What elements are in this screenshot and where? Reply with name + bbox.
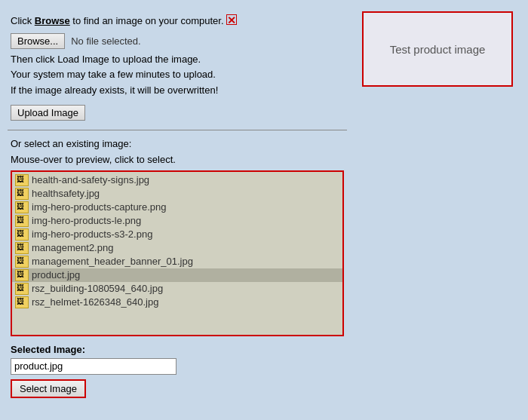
list-item[interactable]: management2.png <box>12 241 342 255</box>
file-name: img-hero-products-le.png <box>32 215 141 226</box>
file-icon <box>15 256 29 268</box>
preview-text: Test product image <box>390 43 486 56</box>
selected-image-input[interactable] <box>11 358 177 375</box>
file-icon <box>15 296 29 308</box>
file-name: img-hero-products-s3-2.png <box>32 228 152 240</box>
file-icon <box>15 201 29 213</box>
divider <box>8 130 347 130</box>
file-name: management2.png <box>32 242 113 253</box>
mouseover-instruction: Mouse-over to preview, click to select. <box>11 152 344 167</box>
file-name: healthsafety.jpg <box>32 188 100 199</box>
time-instruction: Your system may take a few minutes to up… <box>11 67 344 83</box>
selected-section: Selected Image: Select Image <box>8 339 347 401</box>
select-section: Or select an existing image: Mouse-over … <box>8 136 347 336</box>
load-instruction: Then click Load Image to upload the imag… <box>11 52 344 68</box>
upload-image-button[interactable]: Upload Image <box>11 105 85 121</box>
select-image-button[interactable]: Select Image <box>11 379 86 398</box>
right-panel: Test product image <box>355 8 520 412</box>
left-panel: Click Browse to find an image on your co… <box>8 8 347 412</box>
file-icon <box>15 269 29 281</box>
list-item[interactable]: img-hero-products-le.png <box>12 214 342 228</box>
list-item[interactable]: img-hero-products-s3-2.png <box>12 228 342 241</box>
file-icon <box>15 215 29 227</box>
overwrite-instruction: If the image already exists, it will be … <box>11 83 344 99</box>
file-list: health-and-safety-signs.jpghealthsafety.… <box>12 172 342 311</box>
close-icon[interactable]: ✕ <box>226 14 237 25</box>
list-item[interactable]: img-hero-products-capture.png <box>12 201 342 214</box>
browse-button[interactable]: Browse... <box>11 33 65 49</box>
or-select-instruction: Or select an existing image: <box>11 136 344 152</box>
file-name: rsz_building-1080594_640.jpg <box>32 283 163 294</box>
list-item[interactable]: rsz_helmet-1626348_640.jpg <box>12 296 342 309</box>
file-icon <box>15 188 29 200</box>
instruction-pre-text: Click <box>11 15 35 26</box>
list-item[interactable]: health-and-safety-signs.jpg <box>12 173 342 187</box>
list-item[interactable]: product.jpg <box>12 268 342 282</box>
browse-link-text: Browse <box>35 15 70 26</box>
file-icon <box>15 283 29 295</box>
instructions-block: Then click Load Image to upload the imag… <box>11 52 344 99</box>
selected-image-label: Selected Image: <box>11 344 344 355</box>
list-item[interactable]: healthsafety.jpg <box>12 187 342 201</box>
file-list-container: health-and-safety-signs.jpghealthsafety.… <box>11 170 344 336</box>
file-name: health-and-safety-signs.jpg <box>32 174 149 185</box>
file-name: product.jpg <box>32 269 80 281</box>
main-container: Click Browse to find an image on your co… <box>0 0 528 420</box>
upload-section: Click Browse to find an image on your co… <box>8 8 347 124</box>
file-icon <box>15 174 29 186</box>
list-item[interactable]: management_header_banner_01.jpg <box>12 255 342 268</box>
file-icon <box>15 228 29 241</box>
file-name: management_header_banner_01.jpg <box>32 256 193 267</box>
file-name: img-hero-products-capture.png <box>32 201 166 213</box>
image-preview-box: Test product image <box>362 11 513 87</box>
browse-row: Browse... No file selected. <box>11 33 344 49</box>
browse-instruction: Click Browse to find an image on your co… <box>11 14 344 29</box>
list-item[interactable]: rsz_building-1080594_640.jpg <box>12 282 342 296</box>
file-name: rsz_helmet-1626348_640.jpg <box>32 296 158 308</box>
no-file-label: No file selected. <box>71 35 141 47</box>
file-list-scroll[interactable]: health-and-safety-signs.jpghealthsafety.… <box>12 172 342 335</box>
instruction-post-text: to find an image on your computer. <box>70 15 224 26</box>
file-icon <box>15 242 29 254</box>
